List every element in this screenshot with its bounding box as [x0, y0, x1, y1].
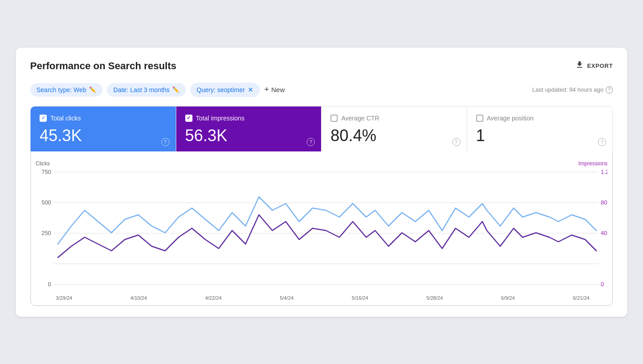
main-card: Performance on Search results EXPORT Sea…: [16, 48, 627, 317]
query-filter[interactable]: Query: seoptimer ✕: [190, 83, 259, 97]
page-title: Performance on Search results: [30, 60, 176, 72]
position-header: Average position: [476, 115, 604, 122]
position-value: 1: [476, 126, 604, 145]
ctr-checkbox[interactable]: [330, 115, 338, 122]
metrics-chart-wrapper: Total clicks 45.3K ? Total impressions 5…: [30, 106, 613, 306]
chart-area: 750 500 250 0 1.2K 800 400 0: [36, 168, 607, 293]
clicks-checkbox[interactable]: [40, 115, 47, 122]
chart-left-label: Clicks: [36, 160, 50, 167]
x-axis-labels: 3/29/24 4/10/24 4/22/24 5/4/24 5/16/24 5…: [36, 293, 607, 301]
ctr-help[interactable]: ?: [452, 138, 460, 146]
svg-text:400: 400: [601, 229, 607, 236]
chart-svg: 750 500 250 0 1.2K 800 400 0: [36, 168, 607, 293]
chart-right-label: Impressions: [578, 160, 607, 167]
impressions-help[interactable]: ?: [307, 138, 315, 146]
svg-text:500: 500: [41, 199, 51, 205]
filters-row: Search type: Web ✏️ Date: Last 3 months …: [30, 83, 613, 97]
clicks-help[interactable]: ?: [161, 138, 170, 146]
x-label-2: 4/10/24: [130, 295, 147, 301]
clicks-label: Total clicks: [50, 115, 81, 122]
svg-text:750: 750: [41, 168, 51, 175]
metric-impressions: Total impressions 56.3K ?: [176, 107, 322, 151]
edit-icon: ✏️: [172, 86, 179, 93]
ctr-value: 80.4%: [330, 126, 458, 145]
export-button[interactable]: EXPORT: [575, 60, 613, 71]
impressions-label: Total impressions: [196, 115, 245, 122]
impressions-checkbox[interactable]: [185, 115, 192, 122]
add-filter-button[interactable]: + New: [264, 85, 285, 94]
x-label-7: 6/9/24: [501, 295, 515, 301]
ctr-header: Average CTR: [330, 115, 458, 122]
position-checkbox[interactable]: [476, 115, 483, 122]
position-help[interactable]: ?: [598, 138, 606, 146]
search-type-filter[interactable]: Search type: Web ✏️: [30, 83, 103, 97]
chart-container: Clicks Impressions 750 500 250 0: [31, 151, 612, 306]
ctr-label: Average CTR: [341, 115, 380, 122]
help-icon[interactable]: ?: [606, 86, 613, 93]
svg-text:0: 0: [48, 280, 51, 287]
x-label-4: 5/4/24: [280, 295, 294, 301]
svg-text:1.2K: 1.2K: [601, 168, 607, 175]
x-label-6: 5/28/24: [426, 295, 443, 301]
x-label-3: 4/22/24: [205, 295, 222, 301]
edit-icon: ✏️: [89, 86, 96, 93]
x-label-8: 6/21/24: [573, 295, 589, 301]
metrics-row: Total clicks 45.3K ? Total impressions 5…: [31, 107, 612, 151]
date-filter[interactable]: Date: Last 3 months ✏️: [107, 83, 186, 97]
metric-position: Average position 1 ?: [467, 107, 613, 151]
header: Performance on Search results EXPORT: [30, 60, 613, 72]
close-icon: ✕: [248, 86, 254, 94]
x-label-5: 5/16/24: [352, 295, 368, 301]
impressions-header: Total impressions: [185, 115, 313, 122]
metric-clicks: Total clicks 45.3K ?: [31, 107, 176, 151]
clicks-value: 45.3K: [40, 126, 167, 145]
position-label: Average position: [487, 115, 534, 122]
svg-text:800: 800: [601, 199, 607, 205]
impressions-value: 56.3K: [185, 126, 313, 145]
export-icon: [575, 60, 584, 71]
clicks-header: Total clicks: [40, 115, 167, 122]
svg-text:0: 0: [601, 280, 604, 287]
last-updated: Last updated: 94 hours ago ?: [532, 86, 613, 93]
metric-ctr: Average CTR 80.4% ?: [322, 107, 467, 151]
x-label-1: 3/29/24: [56, 295, 72, 301]
plus-icon: +: [264, 85, 269, 94]
svg-text:250: 250: [41, 229, 51, 236]
